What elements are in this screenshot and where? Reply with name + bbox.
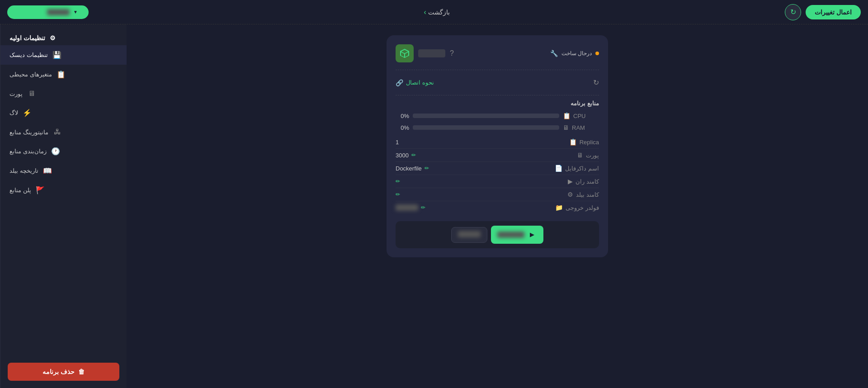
sidebar-item-resource-plan[interactable]: 🚩 پلن منابع (0, 180, 127, 200)
footer-btn1-text (497, 232, 524, 238)
port-sidebar-icon: 🖥 (27, 90, 36, 98)
footer-action-button-1[interactable]: ▶ (491, 226, 543, 244)
building-status-text: درحال ساخت (561, 50, 592, 57)
port-value-text: 3000 (396, 152, 409, 159)
sidebar-label-disk: تنظیمات دیسک (9, 52, 48, 58)
port-label-text: پورت (586, 152, 599, 159)
build-command-label: کامند بیلد ⚙ (567, 191, 599, 198)
port-row: پورت 🖥 ✏ 3000 (396, 149, 599, 162)
delete-button-area: 🗑 حذف برنامه (0, 355, 127, 388)
dockerfile-label-text: اسم داکرفایل (565, 165, 599, 172)
monitoring-icon: 🖧 (53, 128, 62, 136)
connect-text: نحوه اتصال (406, 79, 434, 86)
link-icon: 🔗 (396, 79, 403, 86)
content-area: درحال ساخت 🔧 ? ↻ نحوه اتصال 🔗 (127, 24, 868, 388)
port-icon: 🖥 (577, 151, 583, 159)
sidebar-item-build-history[interactable]: 📖 تاریخچه بیلد (0, 161, 127, 180)
plan-icon: 🚩 (36, 186, 45, 194)
ram-row: RAM 🖥 0% (396, 124, 599, 131)
refresh-button[interactable]: ↻ (785, 4, 801, 20)
ram-icon: 🖥 (563, 124, 569, 131)
back-arrow-icon: › (424, 8, 426, 16)
sidebar-item-env-vars[interactable]: 📋 متغیرهای محیطی (0, 65, 127, 84)
status-label: ------ (47, 9, 70, 15)
dockerfile-edit-icon[interactable]: ✏ (425, 165, 429, 171)
cpu-value: 0% (396, 113, 409, 119)
sidebar-item-port[interactable]: 🖥 پورت (0, 84, 127, 103)
small-refresh-icon[interactable]: ↻ (593, 78, 599, 87)
card-header: درحال ساخت 🔧 ? (396, 44, 599, 62)
port-edit-icon[interactable]: ✏ (411, 152, 416, 158)
back-label: بازگشت (428, 9, 450, 16)
top-bar-right: ▼ ------ (7, 5, 89, 19)
card-app-info: ? (396, 44, 454, 62)
dockerfile-value: ✏ Dockerfile (396, 165, 429, 172)
delete-program-button[interactable]: 🗑 حذف برنامه (8, 363, 119, 381)
resources-section: منابع برنامه CPU 📋 0% RAM (396, 100, 599, 214)
port-value: ✏ 3000 (396, 152, 416, 159)
trash-icon: 🗑 (78, 368, 85, 375)
cpu-row: CPU 📋 0% (396, 112, 599, 119)
ram-label-text: RAM (572, 124, 585, 131)
app-card: درحال ساخت 🔧 ? ↻ نحوه اتصال 🔗 (387, 35, 608, 257)
output-folder-row: فولدر خروجی 📁 ✏ ------ (396, 201, 599, 214)
cpu-progress-container (413, 114, 559, 118)
cpu-label-text: CPU (573, 113, 585, 119)
top-bar-left: اعمال تغییرات ↻ (785, 4, 861, 20)
sidebar-label-env: متغیرهای محیطی (9, 71, 52, 78)
divider-1 (396, 70, 599, 70)
divider-2 (396, 95, 599, 95)
connect-section: ↻ نحوه اتصال 🔗 (396, 75, 599, 90)
build-command-edit-icon[interactable]: ✏ (396, 191, 400, 198)
build-command-icon: ⚙ (567, 191, 573, 198)
run-command-value: ✏ (396, 178, 400, 185)
help-icon[interactable]: ? (450, 49, 454, 57)
ram-progress-container (413, 125, 559, 130)
card-footer: ▶ (396, 221, 599, 248)
run-command-icon: ▶ (568, 178, 573, 185)
footer-action-button-2[interactable] (451, 227, 487, 243)
sidebar-label-monitoring: مانیتورینگ منابع (9, 129, 48, 136)
sidebar-item-log[interactable]: ⚡ لاگ (0, 103, 127, 123)
sidebar-label-schedule: زمان‌بندی منابع (9, 148, 47, 155)
sidebar-label-port: پورت (9, 90, 23, 97)
replica-label-text: Replica (580, 139, 599, 146)
output-folder-label-text: فولدر خروجی (566, 204, 599, 211)
dockerfile-row: اسم داکرفایل 📄 ✏ Dockerfile (396, 162, 599, 175)
sidebar-item-resource-schedule[interactable]: 🕐 زمان‌بندی منابع (0, 142, 127, 161)
back-link[interactable]: بازگشت › (424, 8, 449, 16)
sidebar-item-disk-settings[interactable]: 💾 تنظیمات دیسک (0, 45, 127, 65)
chevron-down-icon: ▼ (73, 9, 78, 14)
log-icon: ⚡ (23, 109, 32, 117)
dockerfile-label: اسم داکرفایل 📄 (555, 165, 599, 172)
output-folder-label: فولدر خروجی 📁 (555, 204, 599, 211)
sidebar-navigation: ⚙ تنظیمات اولیه 💾 تنظیمات دیسک 📋 متغیرها… (0, 24, 127, 203)
connect-label[interactable]: نحوه اتصال 🔗 (396, 79, 434, 86)
top-bar: اعمال تغییرات ↻ بازگشت › ▼ ------ (0, 0, 868, 24)
footer-btn2-text (458, 231, 481, 237)
nodejs-logo (396, 44, 414, 62)
delete-label: حذف برنامه (42, 368, 75, 375)
run-command-edit-icon[interactable]: ✏ (396, 178, 400, 185)
run-command-row: کامند ران ▶ ✏ (396, 175, 599, 188)
replica-row: Replica 📋 1 (396, 136, 599, 149)
build-command-row: کامند بیلد ⚙ ✏ (396, 188, 599, 201)
cpu-label: CPU 📋 (563, 112, 599, 119)
run-command-label-text: کامند ران (576, 178, 599, 185)
replica-value: 1 (396, 139, 399, 146)
app-name-blurred (418, 49, 445, 57)
sidebar-label-history: تاریخچه بیلد (9, 167, 38, 174)
footer-icon-1: ▶ (526, 229, 537, 240)
schedule-icon: 🕐 (51, 147, 60, 156)
ram-label: RAM 🖥 (563, 124, 599, 131)
env-icon: 📋 (57, 70, 66, 79)
output-folder-value-text: ------ (396, 204, 418, 211)
right-sidebar: ⚙ تنظیمات اولیه 💾 تنظیمات دیسک 📋 متغیرها… (0, 24, 127, 388)
status-button[interactable]: ▼ ------ (7, 5, 89, 19)
wrench-icon: 🔧 (550, 50, 558, 57)
apply-changes-button[interactable]: اعمال تغییرات (806, 5, 861, 19)
build-command-value: ✏ (396, 191, 400, 198)
output-folder-edit-icon[interactable]: ✏ (421, 204, 425, 211)
main-layout: درحال ساخت 🔧 ? ↻ نحوه اتصال 🔗 (0, 24, 868, 388)
sidebar-item-resource-monitoring[interactable]: 🖧 مانیتورینگ منابع (0, 123, 127, 142)
